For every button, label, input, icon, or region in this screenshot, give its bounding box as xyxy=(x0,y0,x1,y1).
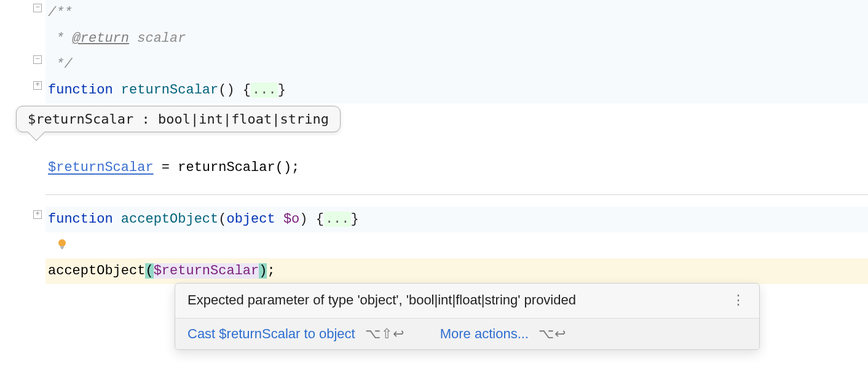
function-name: acceptObject xyxy=(113,212,219,227)
comment-text: /** xyxy=(48,5,73,20)
shortcut-hint: ⌥⇧↩ xyxy=(365,326,404,342)
paren-close-matched: ) xyxy=(259,263,267,279)
blank-line xyxy=(45,129,868,155)
editor-gutter: − − + + xyxy=(0,0,45,385)
fold-expand-icon[interactable]: + xyxy=(33,210,42,219)
code-line-highlighted[interactable]: acceptObject($returnScalar); xyxy=(45,258,868,284)
more-actions-link[interactable]: More actions... xyxy=(440,326,529,342)
param-var: $o xyxy=(275,212,300,227)
comment-text: * xyxy=(48,31,73,46)
variable-argument[interactable]: $returnScalar xyxy=(154,263,259,279)
paren-open: ( xyxy=(218,212,226,227)
svg-rect-2 xyxy=(61,248,63,249)
fold-placeholder[interactable]: ... xyxy=(251,82,278,98)
doc-return-type: scalar xyxy=(129,31,186,46)
comment-text: */ xyxy=(48,57,73,72)
popup-message-text: Expected parameter of type 'object', 'bo… xyxy=(187,292,730,308)
blank-line xyxy=(45,195,868,207)
function-call: acceptObject xyxy=(48,263,145,279)
popup-message-row: Expected parameter of type 'object', 'bo… xyxy=(175,284,759,318)
fold-expand-icon[interactable]: + xyxy=(33,81,42,90)
fold-collapse-icon[interactable]: − xyxy=(33,4,42,12)
code-line[interactable]: function returnScalar() {...} xyxy=(45,77,868,103)
function-name: returnScalar xyxy=(113,82,219,98)
paren-open-matched: ( xyxy=(145,263,153,279)
assignment-op: = xyxy=(154,160,178,175)
code-line[interactable]: */ xyxy=(45,52,868,77)
popup-actions-row: Cast $returnScalar to object ⌥⇧↩ More ac… xyxy=(175,318,759,349)
kebab-menu-icon[interactable]: ⋮ xyxy=(730,292,747,308)
inspection-popup[interactable]: Expected parameter of type 'object', 'bo… xyxy=(175,283,760,350)
fold-placeholder[interactable]: ... xyxy=(324,212,351,227)
svg-rect-1 xyxy=(60,246,64,248)
code-line[interactable]: * @return scalar xyxy=(45,26,868,52)
code-line[interactable]: function acceptObject(object $o) {...} xyxy=(45,207,868,232)
signature: () { xyxy=(218,82,251,98)
tooltip-text: $returnScalar : bool|int|float|string xyxy=(28,111,329,127)
svg-point-0 xyxy=(58,239,66,247)
code-editor[interactable]: − − + + /** * @return scalar */ function… xyxy=(0,0,868,385)
keyword-function: function xyxy=(48,212,113,227)
type-info-tooltip: $returnScalar : bool|int|float|string xyxy=(16,106,341,132)
code-area[interactable]: /** * @return scalar */ function returnS… xyxy=(45,0,868,385)
variable-reference[interactable]: $returnScalar xyxy=(48,160,154,175)
keyword-function: function xyxy=(48,82,113,98)
code-line[interactable]: $returnScalar = returnScalar(); xyxy=(45,155,868,181)
shortcut-hint: ⌥↩ xyxy=(539,326,566,342)
brace-close: } xyxy=(278,82,286,98)
intention-bulb-icon[interactable] xyxy=(55,237,69,251)
doc-return-tag: @return xyxy=(73,31,129,46)
fold-collapse-icon[interactable]: − xyxy=(33,55,42,64)
blank-line xyxy=(45,232,868,258)
code-line[interactable]: /** xyxy=(45,0,868,26)
semicolon: ; xyxy=(267,263,275,279)
cast-action-link[interactable]: Cast $returnScalar to object xyxy=(187,326,355,342)
signature-close: ) { xyxy=(299,212,324,227)
function-call: returnScalar(); xyxy=(178,160,299,175)
brace-close: } xyxy=(351,212,359,227)
param-type: object xyxy=(226,212,275,227)
